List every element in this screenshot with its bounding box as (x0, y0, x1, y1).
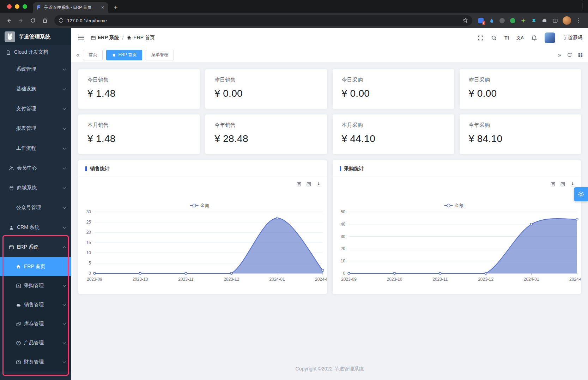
sidebar-item-erp-purchase[interactable]: A 采购管理 (0, 276, 71, 295)
sidebar-item-report[interactable]: 报表管理 (0, 119, 71, 138)
svg-text:金额: 金额 (200, 203, 209, 208)
sidebar-item-erp-sales[interactable]: 销售管理 (0, 295, 71, 314)
app-root: 芋道管理系统 Cloud 开发文档 系统管理 基础设施 支付管理 报表管理 (0, 28, 588, 380)
title-accent-bar (85, 166, 87, 171)
chart-toolbox-dataview-icon[interactable] (296, 182, 302, 187)
sidebar-item-erp-finance[interactable]: 财务管理 (0, 352, 71, 372)
sidebar-item-erp-inventory[interactable]: 库存管理 (0, 314, 71, 333)
sidebar-item-erp-product[interactable]: P 产品管理 (0, 333, 71, 352)
tag-menu-management[interactable]: 菜单管理 (146, 50, 174, 60)
chart-toolbox-download-icon[interactable] (570, 182, 575, 187)
sidebar-item-cloud-docs[interactable]: Cloud 开发文档 (0, 45, 71, 59)
refresh-icon[interactable] (567, 52, 572, 58)
sidebar-item-official-account[interactable]: 公众号管理 (0, 198, 71, 218)
app-logo-row[interactable]: 芋道管理系统 (0, 28, 71, 45)
breadcrumb-erp-system[interactable]: ERP 系统 (91, 35, 119, 41)
extensions-puzzle-icon[interactable] (541, 18, 547, 24)
extension-adblock-icon[interactable]: 6 (478, 18, 484, 24)
chart-toolbox (550, 182, 575, 187)
chevron-down-icon (63, 126, 66, 130)
erp-submenu: ERP 首页 A 采购管理 销售管理 (0, 257, 71, 372)
chevron-down-icon (63, 206, 66, 209)
bookmark-star-icon[interactable] (462, 18, 468, 23)
extension-star-icon[interactable] (520, 18, 526, 24)
svg-text:20: 20 (86, 230, 91, 235)
stat-card-yesterday-purchase: 昨日采购 ¥ 0.00 (460, 69, 581, 109)
tab-search-chevron-icon[interactable] (582, 2, 582, 9)
extension-layers-icon[interactable] (531, 18, 537, 24)
stat-label: 本月销售 (87, 122, 190, 129)
extension-badge: 6 (482, 21, 485, 25)
inventory-boxes-icon (16, 321, 21, 327)
home-button[interactable] (40, 15, 50, 26)
stat-value: ¥ 0.00 (214, 88, 317, 99)
tags-scroll-left-icon[interactable]: « (76, 52, 79, 58)
chart-toolbox-restore-icon[interactable] (306, 182, 311, 187)
sidebar-item-erp-home[interactable]: ERP 首页 (0, 257, 71, 276)
sidebar-item-mall[interactable]: 商城系统 (0, 178, 71, 198)
maximize-window-button[interactable] (23, 4, 27, 9)
product-icon: P (16, 340, 21, 346)
browser-tab[interactable]: 芋道管理系统 - ERP 首页 × (33, 2, 108, 13)
extension-drop-icon[interactable] (489, 18, 495, 24)
chevron-down-icon (63, 360, 66, 363)
sidebar-item-infra[interactable]: 基础设施 (0, 79, 71, 99)
back-button[interactable] (4, 15, 14, 26)
tag-home[interactable]: 首页 (83, 50, 103, 60)
stat-card-month-sales: 本月销售 ¥ 1.48 (78, 114, 200, 154)
layout-grid-icon[interactable] (578, 52, 583, 58)
extensions-area: 6 ⋮ (477, 16, 584, 25)
person-icon (8, 225, 14, 230)
extension-dark-circle-icon[interactable] (499, 18, 505, 24)
theme-settings-button[interactable] (574, 187, 588, 201)
address-bar[interactable]: 127.0.0.1/erp/home (54, 15, 472, 26)
svg-text:2024-01: 2024-01 (523, 277, 539, 282)
chevron-down-icon (63, 341, 66, 344)
extension-green-circle-icon[interactable] (510, 18, 516, 24)
breadcrumb-erp-home[interactable]: ERP 首页 (127, 35, 154, 41)
user-avatar[interactable] (545, 32, 555, 43)
chart-toolbox-restore-icon[interactable] (560, 182, 565, 187)
sidebar-item-erp[interactable]: ERP 系统 (0, 237, 71, 257)
tag-erp-home[interactable]: ERP 首页 (106, 50, 142, 60)
chart-toolbox-download-icon[interactable] (316, 182, 321, 187)
browser-window: 芋道管理系统 - ERP 首页 × + 127.0.0.1/erp/home (0, 0, 588, 380)
svg-text:2023-12: 2023-12 (478, 277, 493, 282)
chevron-down-icon (63, 87, 66, 90)
sidebar-item-system[interactable]: 系统管理 (0, 59, 71, 79)
site-info-icon[interactable] (59, 18, 63, 23)
mall-icon (8, 185, 14, 191)
browser-menu-kebab-icon[interactable]: ⋮ (576, 18, 582, 24)
sidebar-item-member[interactable]: 会员中心 (0, 158, 71, 178)
forward-button[interactable] (16, 15, 26, 26)
close-window-button[interactable] (7, 4, 12, 9)
minimize-window-button[interactable] (15, 4, 19, 9)
chevron-down-icon (63, 284, 66, 287)
sidebar-item-workflow[interactable]: 工作流程 (0, 138, 71, 158)
chart-toolbox-dataview-icon[interactable] (550, 182, 556, 187)
erp-icon (8, 244, 14, 250)
reload-button[interactable] (28, 15, 38, 26)
font-size-icon[interactable]: Tt (504, 35, 509, 41)
fullscreen-icon[interactable] (478, 35, 484, 41)
sidebar-item-crm[interactable]: CRM 系统 (0, 218, 71, 237)
translate-icon[interactable]: 文A (516, 35, 524, 41)
tags-scroll-right-icon[interactable]: » (558, 52, 561, 58)
tab-close-icon[interactable]: × (101, 5, 105, 10)
sidebar-item-payment[interactable]: 支付管理 (0, 99, 71, 119)
svg-text:2023-10: 2023-10 (387, 277, 402, 282)
svg-text:2023-11: 2023-11 (432, 277, 448, 282)
hamburger-menu-icon[interactable] (77, 34, 86, 42)
browser-tab-strip: 芋道管理系统 - ERP 首页 × + (0, 0, 588, 13)
tab-title: 芋道管理系统 - ERP 首页 (44, 5, 98, 11)
svg-text:2023-10: 2023-10 (132, 277, 148, 282)
svg-text:50: 50 (340, 209, 345, 214)
stat-value: ¥ 28.48 (214, 133, 317, 144)
new-tab-button[interactable]: + (111, 2, 120, 12)
notifications-bell-icon[interactable] (531, 35, 537, 41)
svg-text:2024-02: 2024-02 (569, 277, 581, 282)
browser-profile-avatar[interactable] (563, 16, 571, 25)
side-panel-icon[interactable] (552, 18, 558, 24)
stat-card-year-purchase: 今年采购 ¥ 84.10 (460, 114, 581, 154)
search-icon[interactable] (491, 35, 497, 41)
